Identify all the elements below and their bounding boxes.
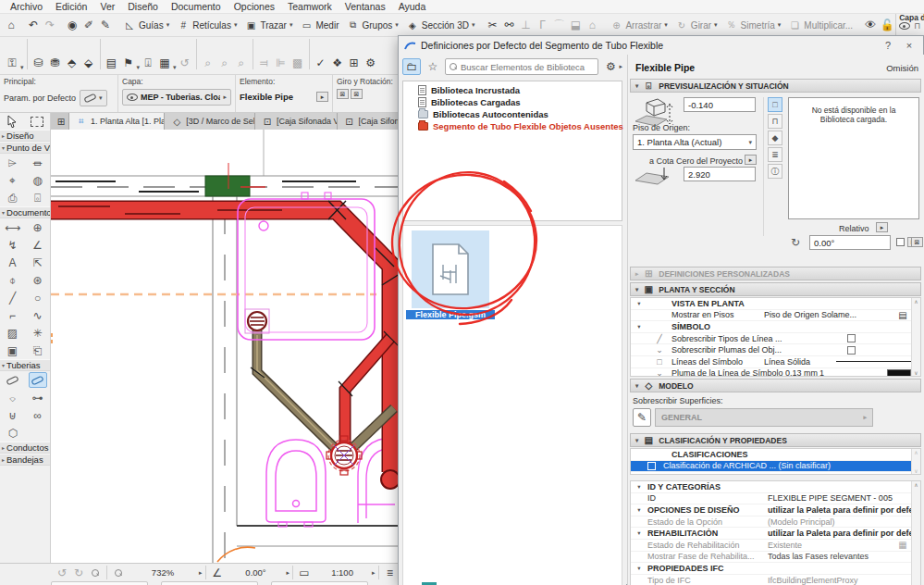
table-icon[interactable] xyxy=(346,55,363,71)
home-icon[interactable] xyxy=(3,17,19,33)
id-row-renovation[interactable]: ▾REHABILITACIÓNutilizar la Paleta para d… xyxy=(631,528,920,540)
tab-planta-alta[interactable]: 1. Planta Alta [1. Pla...× xyxy=(69,113,165,130)
menu-ayuda[interactable]: Ayuda xyxy=(392,1,433,12)
indent-right-icon[interactable] xyxy=(273,55,290,71)
find-select-icon[interactable] xyxy=(233,55,250,71)
toolbox-section-conductos[interactable]: ▸Conductos xyxy=(0,442,50,454)
class-row-header[interactable]: CLASIFICACIONES xyxy=(631,449,920,461)
layers-settings-icon[interactable] xyxy=(329,55,346,71)
intersect-icon[interactable] xyxy=(517,17,534,33)
toolbox-section-diseno[interactable]: ▸Diseño xyxy=(0,130,50,142)
plan-row-override-pens[interactable]: ⌄ Sobrescribir Plumas del Obj... xyxy=(631,344,920,356)
tree-item-loaded-libraries[interactable]: Bibliotecas Cargadas xyxy=(403,96,622,108)
orbit-tool-icon[interactable] xyxy=(29,172,47,188)
rotate-button[interactable]: Girar▾ xyxy=(671,18,721,32)
tab-overview-button[interactable] xyxy=(51,113,69,130)
toolbox-section-bandejas[interactable]: ▸Bandejas xyxy=(0,454,50,466)
redo-icon[interactable] xyxy=(42,17,58,33)
library-settings-button[interactable] xyxy=(601,58,620,75)
show-hide-icon[interactable] xyxy=(862,17,879,33)
pipe-terminal-tool-icon[interactable] xyxy=(4,425,22,441)
tree-item-missing-objects[interactable]: Segmento de Tubo Flexible Objetos Ausent… xyxy=(403,120,622,132)
zoom-in-icon[interactable] xyxy=(92,569,99,577)
section-model[interactable]: ▾ MODELO xyxy=(630,379,921,392)
project-zero-field[interactable]: 2.920 xyxy=(684,167,756,181)
marquee-tool-icon[interactable] xyxy=(31,117,43,127)
plan-row-simbolo[interactable]: ▾SÍMBOLO xyxy=(631,321,920,333)
id-row-renovation-filter[interactable]: Mostrar Fase de Rehabilita...Todas las F… xyxy=(631,552,920,564)
drag-button[interactable]: Arrastrar▾ xyxy=(606,18,671,32)
polyline-tool-icon[interactable] xyxy=(4,307,22,323)
text-tool-icon[interactable] xyxy=(4,255,22,270)
plan-list-scrollbar[interactable]: ∧∨ xyxy=(911,298,920,376)
orientation-field[interactable]: 0.00° xyxy=(226,567,287,578)
plan-row-mostrar-en-pisos[interactable]: Mostrar en Pisos Piso de Origen Solame..… xyxy=(631,310,920,322)
pen-color-swatch[interactable] xyxy=(887,369,911,377)
zoom-prev-icon[interactable] xyxy=(200,55,216,71)
id-row-id[interactable]: IDFLEXIBLE PIPE SEGMENT - 005 xyxy=(631,493,920,505)
favorites-star-button[interactable] xyxy=(424,58,442,75)
section-classification-properties[interactable]: ▾ CLASIFICACIÓN Y PROPIEDADES xyxy=(630,433,921,447)
fit-in-window-icon[interactable] xyxy=(115,569,122,577)
id-row-ifc-type[interactable]: Tipo de IFCIfcBuildingElementProxy xyxy=(631,575,920,585)
ramp-tool-icon[interactable] xyxy=(29,155,47,170)
elevation-field[interactable]: -0.140 xyxy=(684,97,756,112)
flip-y-toggle[interactable]: ⊠ xyxy=(911,237,923,247)
undo-icon[interactable] xyxy=(25,17,42,33)
zoom-forward-icon[interactable] xyxy=(70,565,87,581)
column-grid-icon[interactable] xyxy=(140,55,156,71)
column-tool-icon[interactable] xyxy=(31,55,47,71)
override-line-types-checkbox[interactable] xyxy=(847,334,856,342)
preview-list-button[interactable]: ≣ xyxy=(768,147,782,162)
indent-left-icon[interactable] xyxy=(256,55,273,71)
spline-tool-icon[interactable] xyxy=(29,307,47,323)
plan-row-vista-en-planta[interactable]: ▾VISTA EN PLANTA xyxy=(631,298,920,310)
orientation-icon[interactable] xyxy=(209,565,226,581)
drawing-tool-icon[interactable] xyxy=(29,342,47,358)
tab-3d-marco[interactable]: [3D / Marco de Selec... xyxy=(165,113,255,130)
section-custom-settings[interactable]: ▸ DEFINICIONES PERSONALIZADAS xyxy=(630,267,921,280)
resize-icon[interactable] xyxy=(567,17,584,33)
id-row-design-options[interactable]: ▾OPCIONES DE DISEÑOutilizar la Paleta pa… xyxy=(631,504,920,517)
id-row-group-id[interactable]: ▾ID Y CATEGORÍAS xyxy=(631,481,920,493)
tab-caja-sifonada-2[interactable]: [Caja Sifon... xyxy=(338,113,398,130)
flexible-pipe-tool-icon[interactable] xyxy=(29,372,47,388)
library-part-name[interactable]: Flexible Pipe.gsm xyxy=(406,310,495,319)
class-list-scrollbar[interactable]: ∧∨ xyxy=(911,449,920,474)
rotation-angle-field[interactable]: 0.00° xyxy=(809,235,891,250)
scale-icon[interactable] xyxy=(296,565,313,581)
toolbox-section-documento[interactable]: ▾Documento xyxy=(0,206,50,218)
page-settings-icon[interactable] xyxy=(104,55,120,71)
zone-stamp-tool-icon[interactable] xyxy=(4,272,22,288)
section3d-button[interactable]: Sección 3D▾ xyxy=(402,18,479,32)
rotation-toggle-b[interactable]: ⊠ xyxy=(351,89,363,99)
grids-button[interactable]: Retículas▾ xyxy=(173,18,240,32)
viewpoint-tool-icon[interactable] xyxy=(4,172,22,188)
menu-edicion[interactable]: Edición xyxy=(49,1,93,12)
layer-selector[interactable]: MEP - Tuberias. Cloacal ▸ xyxy=(122,89,231,106)
menu-teamwork[interactable]: Teamwork xyxy=(281,1,339,12)
close-dialog-button[interactable]: × xyxy=(901,40,918,51)
split-icon[interactable] xyxy=(484,17,500,33)
trim-icon[interactable] xyxy=(534,17,550,33)
gear-icon[interactable] xyxy=(363,55,379,71)
hotspot-tool-icon[interactable] xyxy=(29,325,47,341)
preview-info-button[interactable]: ⓘ xyxy=(768,164,782,179)
measure-button[interactable]: Medir xyxy=(296,18,342,32)
rotation-toggle-a[interactable]: ⊠ xyxy=(337,89,349,99)
id-list-scrollbar[interactable]: ∧∨ xyxy=(911,481,920,585)
level-dimension-tool-icon[interactable] xyxy=(29,219,47,235)
dialog-title-bar[interactable]: Definiciones por Defecto del Segmento de… xyxy=(399,36,923,55)
surface-paint-button[interactable] xyxy=(633,408,651,427)
adjust-icon[interactable] xyxy=(500,17,517,33)
camera-tool-icon[interactable] xyxy=(29,190,47,205)
menu-documento[interactable]: Documento xyxy=(165,1,228,12)
mirror-button[interactable]: Simetría▾ xyxy=(721,18,785,32)
tree-item-autocontained-libraries[interactable]: Bibliotecas Autocontenidas xyxy=(403,108,622,120)
save-view-icon[interactable] xyxy=(156,55,173,71)
pipe-bend-tool-icon[interactable] xyxy=(4,390,22,405)
figure-tool-icon[interactable] xyxy=(4,342,22,358)
menu-ventanas[interactable]: Ventanas xyxy=(339,1,392,12)
pipe-branch-tool-icon[interactable] xyxy=(29,390,47,405)
pin-icon[interactable] xyxy=(120,55,137,71)
